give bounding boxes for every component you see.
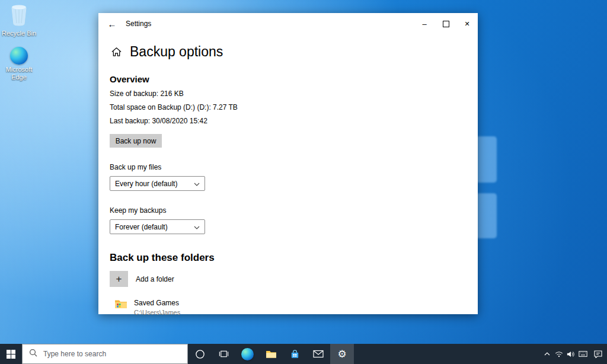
cortana-button[interactable]: [188, 344, 212, 364]
titlebar[interactable]: ← Settings – ✕: [98, 13, 478, 34]
back-button[interactable]: ←: [98, 13, 126, 34]
backup-size-text: Size of backup: 216 KB: [110, 90, 478, 98]
action-center-icon: [594, 350, 602, 358]
window-controls: – ✕: [414, 14, 478, 33]
recycle-bin-icon: [9, 4, 28, 28]
file-explorer-button[interactable]: [259, 344, 283, 364]
minimize-icon: –: [422, 20, 426, 28]
desktop-icon-area: Recycle Bin Microsoft Edge: [1, 4, 37, 91]
maximize-button[interactable]: [435, 14, 456, 33]
desktop-icon-recycle-bin[interactable]: Recycle Bin: [1, 4, 37, 37]
add-folder-button[interactable]: + Add a folder: [110, 271, 478, 287]
action-center-button[interactable]: [589, 344, 607, 364]
back-up-now-button[interactable]: Back up now: [110, 134, 162, 148]
add-folder-label: Add a folder: [136, 275, 174, 283]
back-arrow-icon: ←: [108, 19, 117, 29]
page-header: Backup options: [110, 42, 478, 61]
wifi-icon: [555, 351, 563, 357]
desktop-icon-label: Recycle Bin: [2, 30, 36, 37]
store-button[interactable]: [283, 344, 306, 364]
overview-heading: Overview: [110, 74, 478, 84]
window-title: Settings: [126, 20, 151, 28]
chevron-down-icon: [194, 223, 200, 231]
page-title: Backup options: [130, 44, 223, 60]
folders-heading: Back up these folders: [110, 252, 478, 264]
chevron-down-icon: [194, 180, 200, 188]
file-explorer-icon: [266, 350, 277, 359]
taskbar: ⚙: [0, 344, 607, 364]
desktop-icon-label: Microsoft Edge: [1, 66, 37, 81]
tray-chevron-button[interactable]: [541, 344, 553, 364]
folder-path: C:\Users\James: [134, 309, 180, 316]
chevron-up-icon: [544, 352, 550, 356]
settings-taskbar-button[interactable]: ⚙: [330, 344, 354, 364]
minimize-button[interactable]: –: [414, 14, 435, 33]
task-view-icon: [219, 350, 229, 358]
plus-icon: +: [110, 271, 128, 287]
keyboard-icon: [579, 351, 587, 357]
dropdown-value: Forever (default): [115, 223, 168, 231]
folder-icon: [114, 299, 127, 312]
gear-icon: ⚙: [337, 349, 346, 359]
taskbar-search[interactable]: [22, 344, 188, 364]
network-button[interactable]: [553, 344, 565, 364]
folder-name: Saved Games: [134, 299, 180, 307]
speaker-icon: [567, 351, 575, 357]
backup-frequency-dropdown[interactable]: Every hour (default): [110, 176, 205, 191]
desktop-icon-microsoft-edge[interactable]: Microsoft Edge: [1, 47, 37, 81]
store-icon: [290, 349, 300, 359]
backup-space-text: Total space on Backup (D:) (D:): 7.27 TB: [110, 103, 478, 112]
wallpaper-logo-pane: [475, 193, 497, 238]
close-button[interactable]: ✕: [456, 14, 478, 33]
last-backup-text: Last backup: 30/08/2020 15:42: [110, 117, 478, 126]
close-icon: ✕: [464, 20, 469, 28]
dropdown-value: Every hour (default): [115, 180, 177, 188]
folder-texts: Saved Games C:\Users\James: [134, 299, 180, 316]
system-tray: [541, 344, 607, 364]
backup-folder-item[interactable]: Saved Games C:\Users\James: [114, 299, 478, 316]
search-input[interactable]: [42, 349, 181, 359]
home-icon[interactable]: [111, 47, 122, 57]
keep-backups-dropdown[interactable]: Forever (default): [110, 219, 205, 234]
windows-logo-icon: [7, 350, 15, 359]
cortana-icon: [195, 349, 205, 359]
task-view-button[interactable]: [212, 344, 235, 364]
settings-window: ← Settings – ✕ Backup options Overview S…: [98, 13, 478, 314]
start-button[interactable]: [0, 344, 22, 364]
keep-backups-label: Keep my backups: [110, 206, 478, 215]
backup-files-label: Back up my files: [110, 163, 478, 172]
maximize-icon: [443, 21, 449, 27]
search-icon: [29, 349, 37, 359]
edge-taskbar-button[interactable]: [235, 344, 259, 364]
settings-content: Backup options Overview Size of backup: …: [98, 42, 478, 316]
edge-icon: [241, 348, 254, 360]
desktop: Recycle Bin Microsoft Edge ← Settings – …: [0, 0, 607, 364]
volume-button[interactable]: [565, 344, 577, 364]
mail-icon: [313, 350, 324, 358]
touch-keyboard-button[interactable]: [577, 344, 589, 364]
mail-button[interactable]: [306, 344, 330, 364]
wallpaper-logo-pane: [475, 136, 497, 183]
edge-icon: [10, 47, 28, 65]
